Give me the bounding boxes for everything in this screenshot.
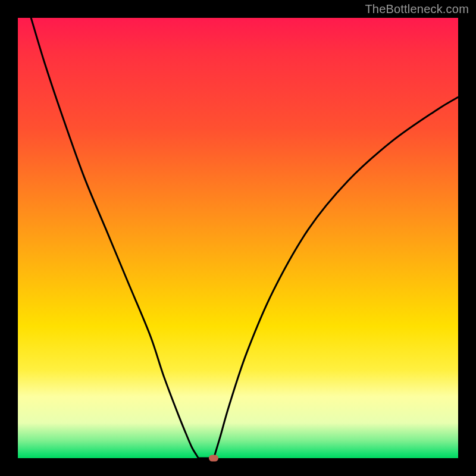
bottleneck-curve [18, 18, 458, 458]
curve-path [31, 18, 458, 458]
plot-area [18, 18, 458, 458]
watermark-text: TheBottleneck.com [365, 2, 469, 16]
optimum-marker [209, 455, 218, 462]
chart-frame: TheBottleneck.com [0, 0, 476, 476]
